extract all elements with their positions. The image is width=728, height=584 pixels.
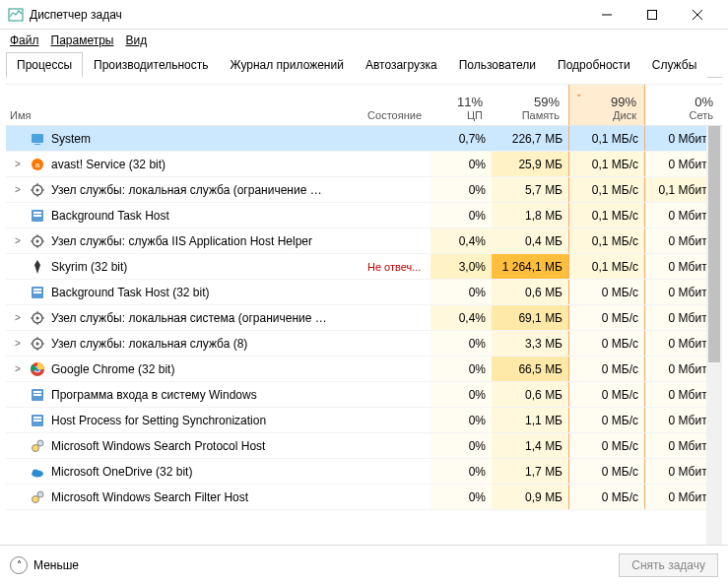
table-row[interactable]: Background Task Host0%1,8 МБ0,1 МБ/с0 Мб… (6, 203, 722, 228)
maximize-button[interactable] (629, 0, 675, 30)
col-status[interactable]: Состояние (362, 85, 430, 125)
table-row[interactable]: Microsoft Windows Search Protocol Host0%… (6, 433, 722, 459)
svg-point-51 (37, 440, 43, 446)
svg-point-56 (37, 491, 43, 497)
svg-rect-48 (33, 420, 41, 422)
menu-options[interactable]: Параметры (51, 33, 114, 47)
memory-cell: 0,4 МБ (492, 228, 568, 253)
scrollbar[interactable] (706, 126, 722, 554)
cpu-cell: 0% (430, 357, 492, 381)
svg-rect-44 (33, 391, 41, 393)
table-row[interactable]: Skyrim (32 bit)Не отвеч...3,0%1 264,1 МБ… (6, 254, 722, 280)
cpu-cell: 0% (430, 203, 492, 227)
fewer-details-button[interactable]: ˄ Меньше (10, 556, 79, 574)
table-row[interactable]: Программа входа в систему Windows0%0,6 М… (6, 382, 722, 408)
process-name: Google Chrome (32 bit) (51, 362, 174, 376)
memory-cell: 0,6 МБ (492, 382, 568, 407)
expand-icon[interactable]: > (12, 312, 24, 323)
close-button[interactable] (675, 0, 720, 30)
process-icon (30, 182, 45, 198)
menu-view[interactable]: Вид (125, 33, 147, 47)
status-cell (362, 433, 430, 458)
col-name[interactable]: Имя (6, 85, 362, 125)
process-name-cell: Microsoft Windows Search Filter Host (6, 485, 362, 509)
disk-cell: 0 МБ/с (568, 485, 645, 509)
memory-cell: 1,4 МБ (492, 433, 568, 458)
process-icon (30, 489, 45, 505)
process-icon (30, 464, 45, 480)
svg-rect-27 (33, 292, 41, 293)
status-cell (362, 203, 430, 227)
col-network[interactable]: 0%Сеть (645, 85, 722, 125)
process-name: Host Process for Setting Synchronization (51, 414, 266, 427)
process-name-cell: >Узел службы: служба IIS Application Hos… (6, 228, 362, 253)
svg-rect-47 (33, 417, 41, 419)
process-name-cell: >Узел службы: локальная система (огранич… (6, 305, 362, 330)
cpu-cell: 0% (430, 408, 492, 432)
col-memory[interactable]: 59%Память (492, 85, 568, 125)
expand-icon[interactable]: > (12, 363, 24, 374)
tab-startup[interactable]: Автозагрузка (355, 52, 448, 78)
disk-cell: 0,1 МБ/с (568, 203, 645, 227)
disk-cell: 0 МБ/с (568, 382, 645, 407)
process-name-cell: Microsoft Windows Search Protocol Host (6, 433, 362, 458)
tab-services[interactable]: Службы (641, 52, 707, 78)
memory-cell: 1 264,1 МБ (492, 254, 568, 279)
tab-details[interactable]: Подробности (547, 52, 641, 78)
expand-icon[interactable]: > (12, 184, 24, 195)
cpu-cell: 0% (430, 331, 492, 356)
process-name: Microsoft Windows Search Protocol Host (51, 439, 265, 453)
window-controls (584, 0, 720, 30)
process-icon (30, 259, 45, 275)
disk-cell: 0,1 МБ/с (568, 126, 645, 151)
table-row[interactable]: >Узел службы: локальная система (огранич… (6, 305, 722, 331)
table-row[interactable]: >Google Chrome (32 bit)0%66,5 МБ0 МБ/с0 … (6, 357, 722, 382)
memory-cell: 0,9 МБ (492, 485, 568, 509)
process-icon (30, 208, 45, 224)
disk-cell: 0,1 МБ/с (568, 152, 645, 176)
disk-cell: 0 МБ/с (568, 305, 645, 330)
table-row[interactable]: Host Process for Setting Synchronization… (6, 408, 722, 433)
table-row[interactable]: >Узел службы: локальная служба (ограниче… (6, 177, 722, 203)
end-task-button[interactable]: Снять задачу (619, 553, 718, 577)
table-row[interactable]: >aavast! Service (32 bit)0%25,9 МБ0,1 МБ… (6, 152, 722, 177)
status-cell (362, 177, 430, 202)
svg-point-53 (33, 469, 38, 474)
status-cell (362, 408, 430, 432)
table-row[interactable]: Background Task Host (32 bit)0%0,6 МБ0 М… (6, 280, 722, 305)
menubar: Файл Параметры Вид (0, 30, 728, 51)
tab-app-history[interactable]: Журнал приложений (220, 52, 355, 78)
process-name: Skyrim (32 bit) (51, 260, 127, 274)
table-row[interactable]: >Узел службы: локальная служба (8)0%3,3 … (6, 331, 722, 357)
process-icon (30, 413, 45, 428)
table-row[interactable]: >Узел службы: служба IIS Application Hos… (6, 228, 722, 254)
tab-users[interactable]: Пользователи (448, 52, 547, 78)
minimize-button[interactable] (584, 0, 629, 30)
status-cell (362, 228, 430, 253)
svg-rect-26 (33, 289, 41, 291)
status-cell (362, 485, 430, 509)
process-name-cell: >Узел службы: локальная служба (ограниче… (6, 177, 362, 202)
tab-performance[interactable]: Производительность (83, 52, 219, 78)
status-cell (362, 331, 430, 356)
table-row[interactable]: System0,7%226,7 МБ0,1 МБ/с0 Мбит/с (6, 126, 722, 152)
scrollbar-thumb[interactable] (708, 126, 720, 362)
cpu-cell: 0% (430, 280, 492, 304)
cpu-cell: 0% (430, 382, 492, 407)
expand-icon[interactable]: > (12, 338, 24, 349)
col-cpu[interactable]: 11%ЦП (430, 85, 492, 125)
table-row[interactable]: Microsoft Windows Search Filter Host0%0,… (6, 485, 722, 510)
process-name-cell: System (6, 126, 362, 151)
process-name-cell: Skyrim (32 bit) (6, 254, 362, 279)
process-name: Программа входа в систему Windows (51, 388, 257, 402)
table-row[interactable]: Microsoft OneDrive (32 bit)0%1,7 МБ0 МБ/… (6, 459, 722, 485)
tab-processes[interactable]: Процессы (6, 52, 83, 78)
col-disk[interactable]: ⌄99%Диск (568, 85, 645, 125)
disk-cell: 0 МБ/с (568, 408, 645, 432)
status-cell (362, 382, 430, 407)
expand-icon[interactable]: > (12, 235, 24, 246)
process-name-cell: Background Task Host (6, 203, 362, 227)
process-name-cell: >Google Chrome (32 bit) (6, 357, 362, 381)
menu-file[interactable]: Файл (10, 33, 39, 47)
expand-icon[interactable]: > (12, 159, 24, 169)
